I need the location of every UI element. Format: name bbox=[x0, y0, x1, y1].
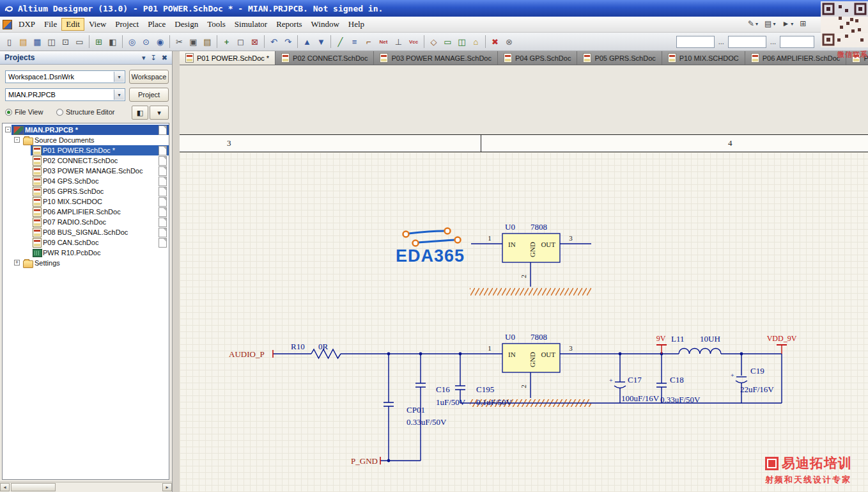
ref-designator[interactable]: R10 bbox=[291, 342, 305, 351]
menu-design[interactable]: Design bbox=[170, 18, 203, 31]
vcc-port-tool-icon[interactable]: Vcc bbox=[406, 35, 421, 49]
ref-designator[interactable]: C195 bbox=[476, 385, 494, 394]
net-label-tool-icon[interactable]: Net bbox=[376, 35, 391, 49]
undo-icon[interactable]: ↶ bbox=[267, 35, 281, 49]
clear-selection-icon[interactable]: ⊠ bbox=[248, 35, 261, 49]
ref-designator[interactable]: L11 bbox=[671, 334, 684, 344]
menu-help[interactable]: Help bbox=[344, 18, 369, 31]
tree-item-p01-power[interactable]: P01 POWER.SchDoc * bbox=[3, 145, 169, 155]
part-value[interactable]: 1uF/50V bbox=[436, 397, 466, 407]
expand-icon[interactable]: + bbox=[14, 260, 20, 266]
pointer-tool-icon[interactable]: ►▾ bbox=[779, 18, 796, 29]
schematic-drawing[interactable]: EDA365 U0 7808 1 3 IN OUT GND 2 U0 7808 … bbox=[180, 65, 868, 492]
bus-tool-icon[interactable]: ≡ bbox=[348, 35, 361, 49]
workspace-combo[interactable]: Workspace1.DsnWrk ▾ bbox=[5, 70, 125, 83]
document-page-icon[interactable] bbox=[159, 156, 167, 166]
tree-folder-settings[interactable]: + Settings bbox=[3, 258, 169, 268]
menu-view[interactable]: View bbox=[84, 18, 111, 31]
ref-designator[interactable]: U0 bbox=[505, 222, 515, 232]
project-combo[interactable]: MIAN.PRJPCB ▾ bbox=[5, 88, 125, 101]
tab-p01-power[interactable]: P01 POWER.SchDoc * bbox=[180, 51, 275, 65]
chevron-down-icon[interactable]: ▾ bbox=[114, 90, 124, 100]
inductor-l11[interactable]: L11 10UH bbox=[671, 334, 721, 354]
cut-icon[interactable]: ✂ bbox=[173, 35, 186, 49]
file-view-radio[interactable] bbox=[5, 109, 12, 116]
tree-item-pwr-r10-pcbdoc[interactable]: PWR R10.PcbDoc bbox=[3, 248, 169, 258]
scroll-right-button[interactable]: ▸ bbox=[162, 483, 172, 491]
document-page-icon[interactable] bbox=[159, 197, 167, 207]
ref-designator[interactable]: U0 bbox=[505, 332, 515, 342]
mask-ellipsis-button[interactable]: ... bbox=[768, 38, 778, 45]
menu-place[interactable]: Place bbox=[143, 18, 170, 31]
menu-simulator[interactable]: Simulator bbox=[230, 18, 272, 31]
document-page-icon[interactable] bbox=[159, 238, 167, 248]
dxp-icon[interactable] bbox=[3, 20, 12, 29]
filter-ellipsis-button[interactable]: ... bbox=[717, 38, 726, 45]
collapse-icon[interactable]: - bbox=[5, 127, 11, 132]
menu-project[interactable]: Project bbox=[111, 18, 143, 31]
panel-close-icon[interactable]: ✖ bbox=[162, 54, 167, 62]
regulator-bottom[interactable]: U0 7808 1 3 IN OUT GND 2 bbox=[470, 332, 591, 407]
capacitor-c18[interactable]: C18 0.33uF/50V bbox=[656, 375, 701, 404]
collapse-icon[interactable]: - bbox=[14, 137, 20, 143]
panel-splitter[interactable] bbox=[173, 51, 180, 492]
part-value[interactable]: 7808 bbox=[531, 332, 547, 342]
schematic-editor-canvas[interactable]: 3 4 EDA365 U0 7808 1 3 bbox=[180, 65, 868, 492]
workspace-panels-icon[interactable]: ◧ bbox=[106, 35, 120, 49]
tree-item-p03-power-manage[interactable]: P03 POWER MANAGE.SchDoc bbox=[3, 166, 169, 176]
move-selection-icon[interactable]: + bbox=[220, 35, 233, 49]
tab-p04-gps[interactable]: P04 GPS.SchDoc bbox=[498, 51, 577, 65]
regulator-top[interactable]: U0 7808 1 3 IN OUT GND 2 bbox=[470, 222, 591, 296]
cross-probe-icon[interactable]: ⊗ bbox=[502, 35, 516, 49]
menu-file[interactable]: File bbox=[40, 18, 61, 31]
part-value[interactable]: 0.33uF/50V bbox=[407, 417, 447, 427]
net-label-p-gnd[interactable]: P_GND bbox=[351, 456, 378, 466]
view-dropdown-button[interactable]: ▾ bbox=[150, 106, 169, 120]
tree-item-p06-amplifier[interactable]: P06 AMPLIFIER.SchDoc bbox=[3, 207, 169, 217]
tree-item-p10-mix[interactable]: P10 MIX.SCHDOC bbox=[3, 196, 169, 207]
move-down-icon[interactable]: ▼ bbox=[314, 35, 328, 49]
pencil-tool-icon[interactable]: ✎▾ bbox=[745, 18, 761, 29]
zoom-document-icon[interactable]: ◎ bbox=[125, 35, 139, 49]
part-value[interactable]: 0.1uF/50V bbox=[476, 397, 513, 407]
part-value[interactable]: 22uF/16V bbox=[740, 385, 774, 394]
wire-tool-icon[interactable]: ╱ bbox=[334, 35, 347, 49]
document-page-icon[interactable] bbox=[159, 187, 167, 196]
panel-menu-icon[interactable]: ▾ bbox=[142, 54, 146, 62]
document-page-icon[interactable] bbox=[159, 125, 167, 135]
tree-item-p08-bus-signal[interactable]: P08 BUS_SIGNAL.SchDoc bbox=[3, 227, 169, 237]
document-page-icon[interactable] bbox=[159, 228, 167, 237]
save-icon[interactable]: ▦ bbox=[31, 35, 44, 49]
power-port-9v[interactable]: 9V bbox=[656, 334, 666, 343]
device-view-icon[interactable]: ⊞ bbox=[92, 35, 105, 49]
menu-tools[interactable]: Tools bbox=[203, 18, 230, 31]
zoom-selection-icon[interactable]: ◉ bbox=[153, 35, 167, 49]
menu-window[interactable]: Window bbox=[307, 18, 344, 31]
copy-icon[interactable]: ▣ bbox=[187, 35, 200, 49]
tree-item-p09-can[interactable]: P09 CAN.SchDoc bbox=[3, 237, 169, 248]
port-tool-icon[interactable]: ⌂ bbox=[469, 35, 483, 49]
resistor-r10[interactable]: R10 0R bbox=[291, 342, 341, 358]
chevron-down-icon[interactable]: ▾ bbox=[114, 72, 124, 82]
move-up-icon[interactable]: ▲ bbox=[300, 35, 314, 49]
menu-edit[interactable]: Edit bbox=[61, 18, 84, 31]
tree-item-p04-gps[interactable]: P04 GPS.SchDoc bbox=[3, 176, 169, 186]
tab-p10-mix[interactable]: P10 MIX.SCHDOC bbox=[662, 51, 745, 65]
gnd-port-tool-icon[interactable]: ⊥ bbox=[392, 35, 405, 49]
mask-filter-combo[interactable] bbox=[728, 36, 766, 48]
place-part-icon[interactable]: ◇ bbox=[427, 35, 440, 49]
ref-designator[interactable]: CP01 bbox=[407, 405, 425, 415]
grid-settings-icon[interactable]: ⊞ bbox=[797, 18, 809, 29]
document-page-icon[interactable] bbox=[159, 218, 167, 227]
part-value[interactable]: 10UH bbox=[700, 334, 720, 344]
capacitor-c16[interactable]: C16 1uF/50V bbox=[415, 383, 466, 407]
page-setup-icon[interactable]: ▭ bbox=[73, 35, 86, 49]
part-value[interactable]: 100uF/16V bbox=[621, 393, 660, 403]
tab-p05-gprs[interactable]: P05 GPRS.SchDoc bbox=[577, 51, 662, 65]
capacitor-c19[interactable]: + C19 22uF/16V bbox=[731, 366, 774, 394]
sheet-entry-tool-icon[interactable]: ◫ bbox=[455, 35, 469, 49]
menu-dxp[interactable]: DXP bbox=[14, 18, 40, 31]
print-preview-icon[interactable]: ⊡ bbox=[59, 35, 72, 49]
ref-designator[interactable]: C18 bbox=[670, 375, 684, 385]
structure-editor-radio[interactable] bbox=[56, 109, 63, 116]
